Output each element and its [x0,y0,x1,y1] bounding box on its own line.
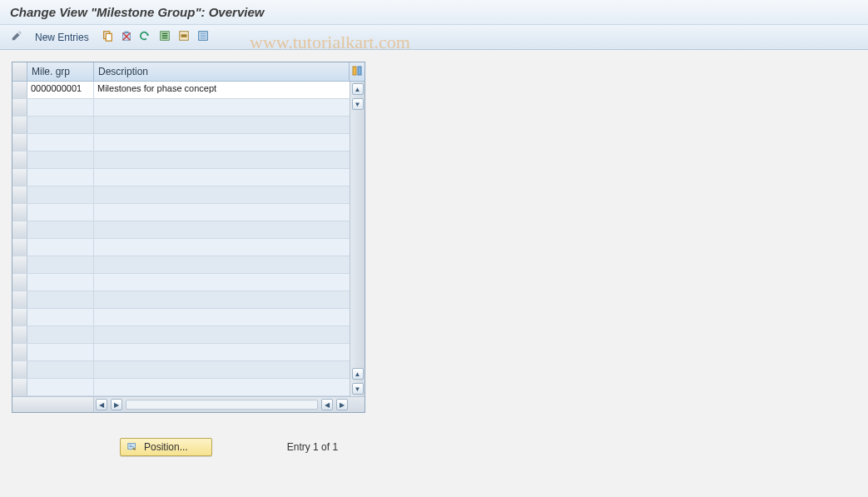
cell-description[interactable] [94,221,350,238]
cell-description[interactable] [94,204,350,221]
cell-mile-grp[interactable] [27,169,94,186]
display-change-button[interactable] [8,29,25,46]
table-row[interactable] [12,326,350,344]
cell-mile-grp[interactable] [27,256,94,273]
cell-description[interactable] [94,361,350,378]
column-header-mile-grp[interactable]: Mile. grp [27,62,94,81]
table-row[interactable] [12,221,350,239]
table-row[interactable] [12,291,350,309]
cell-description[interactable] [94,117,350,133]
horizontal-scrollbar[interactable]: ◀ ▶ ◀ ▶ [12,396,365,412]
row-selector[interactable] [12,379,27,395]
cell-description[interactable] [94,326,350,343]
vertical-scrollbar[interactable]: ▲ ▼ ▲ ▼ [350,82,365,396]
row-selector[interactable] [12,152,27,168]
scroll-up-button[interactable]: ▲ [352,83,364,95]
table-row[interactable] [12,169,350,186]
cell-mile-grp[interactable] [27,309,94,326]
cell-mile-grp[interactable] [27,361,94,378]
scroll-left-step-button[interactable]: ◀ [321,399,333,410]
cell-description[interactable] [94,379,350,395]
scroll-left-button[interactable]: ◀ [96,399,107,410]
scroll-down-step-button[interactable]: ▼ [352,98,364,110]
cell-mile-grp[interactable] [27,274,94,291]
cell-description[interactable] [94,239,350,256]
cell-mile-grp[interactable] [27,117,94,133]
cell-mile-grp[interactable] [27,99,94,116]
row-selector[interactable] [12,186,27,203]
cell-description[interactable] [94,291,350,308]
scroll-right-step-button[interactable]: ▶ [111,399,122,410]
detail-icon [126,440,139,454]
scroll-up-step-button[interactable]: ▲ [352,368,364,380]
undo-icon [140,30,151,44]
row-selector[interactable] [12,326,27,343]
row-selector[interactable] [12,256,27,273]
cell-description[interactable] [94,169,350,186]
scroll-down-button[interactable]: ▼ [352,383,364,395]
table-row[interactable] [12,361,350,379]
row-selector[interactable] [12,169,27,186]
deselect-all-button[interactable] [195,29,211,46]
cell-mile-grp[interactable] [27,326,94,343]
copy-as-button[interactable] [99,29,116,46]
table-row[interactable] [12,204,350,221]
row-selector[interactable] [12,99,27,116]
cell-mile-grp[interactable] [27,134,94,151]
cell-mile-grp[interactable] [27,221,94,238]
cell-mile-grp[interactable]: 0000000001 [27,82,94,98]
hscroll-track[interactable] [126,400,318,410]
cell-description[interactable]: Milestones for phase concept [94,82,350,98]
table-row[interactable] [12,274,350,291]
cell-mile-grp[interactable] [27,291,94,308]
cell-mile-grp[interactable] [27,186,94,203]
cell-description[interactable] [94,256,350,273]
table-row[interactable] [12,379,350,396]
cell-description[interactable] [94,309,350,326]
table-settings-button[interactable] [350,62,365,81]
row-selector[interactable] [12,239,27,256]
cell-description[interactable] [94,186,350,203]
table-row[interactable]: 0000000001Milestones for phase concept [12,82,350,99]
delete-button[interactable] [118,29,135,46]
undo-button[interactable] [137,29,154,46]
table-row[interactable] [12,239,350,256]
position-button[interactable]: Position... [120,438,212,456]
table-row[interactable] [12,256,350,274]
cell-description[interactable] [94,344,350,360]
select-block-button[interactable] [176,29,192,46]
table-row[interactable] [12,309,350,326]
row-selector[interactable] [12,117,27,133]
row-selector[interactable] [12,82,27,98]
table-row[interactable] [12,152,350,169]
row-selector[interactable] [12,309,27,326]
select-all-rows[interactable] [12,62,27,81]
application-toolbar: New Entries [0,25,868,50]
table-row[interactable] [12,344,350,361]
row-selector[interactable] [12,291,27,308]
cell-mile-grp[interactable] [27,204,94,221]
row-selector[interactable] [12,274,27,291]
row-selector[interactable] [12,361,27,378]
deselect-icon [197,30,209,44]
scroll-right-button[interactable]: ▶ [336,399,348,410]
table-row[interactable] [12,186,350,204]
row-selector[interactable] [12,344,27,360]
cell-description[interactable] [94,134,350,151]
table-row[interactable] [12,134,350,152]
cell-description[interactable] [94,152,350,168]
cell-description[interactable] [94,99,350,116]
table-row[interactable] [12,117,350,134]
cell-description[interactable] [94,274,350,291]
cell-mile-grp[interactable] [27,379,94,395]
column-header-description[interactable]: Description [94,62,350,81]
new-entries-button[interactable]: New Entries [27,28,97,47]
cell-mile-grp[interactable] [27,344,94,360]
table-row[interactable] [12,99,350,117]
cell-mile-grp[interactable] [27,152,94,168]
row-selector[interactable] [12,134,27,151]
cell-mile-grp[interactable] [27,239,94,256]
select-all-button[interactable] [156,29,173,46]
row-selector[interactable] [12,221,27,238]
row-selector[interactable] [12,204,27,221]
